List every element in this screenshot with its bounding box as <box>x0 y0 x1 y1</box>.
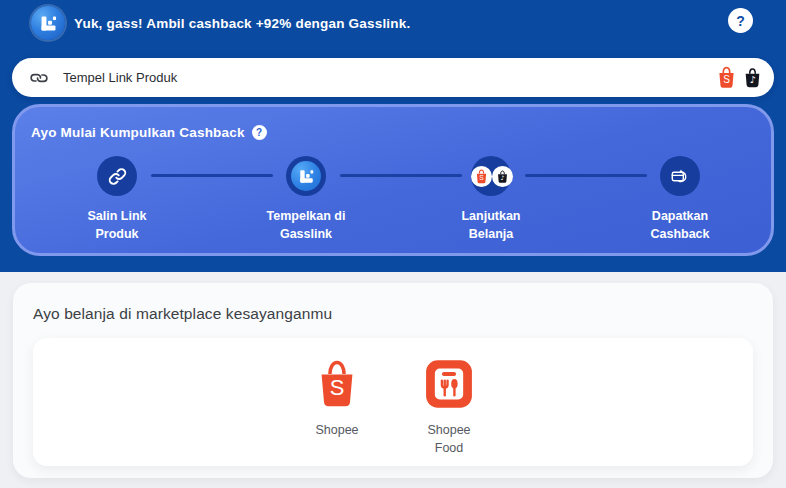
marketplace-card: Ayo belanja di marketplace kesayanganmu … <box>13 283 773 478</box>
marketplace-label: Shopee Food <box>419 421 479 457</box>
shopee-bag-icon <box>471 166 492 187</box>
marketplace-title: Ayo belanja di marketplace kesayanganmu <box>33 305 773 323</box>
shopee-bag-icon <box>312 358 362 410</box>
marketplace-shopee[interactable]: Shopee <box>302 358 372 466</box>
header-section: Yuk, gass! Ambil cashback +92% dengan Ga… <box>0 0 786 272</box>
step-dapatkan-cashback: Dapatkan Cashback <box>615 156 745 243</box>
paste-link-input[interactable] <box>61 69 715 86</box>
app-root: Yuk, gass! Ambil cashback +92% dengan Ga… <box>0 0 786 488</box>
promo-message: Yuk, gass! Ambil cashback +92% dengan Ga… <box>74 16 410 31</box>
step-lanjutkan-belanja: Lanjutkan Belanja <box>426 156 556 243</box>
question-mark-icon: ? <box>736 13 745 29</box>
step-tempelkan: Tempelkan di Gasslink <box>241 156 371 243</box>
marketplace-shopee-food[interactable]: Shopee Food <box>414 358 484 466</box>
step-salin-link: Salin Link Produk <box>52 156 182 243</box>
topbar: Yuk, gass! Ambil cashback +92% dengan Ga… <box>0 0 786 52</box>
gasslink-logo-icon <box>286 156 326 196</box>
question-mark-icon: ? <box>256 127 262 138</box>
steps-panel-title: Ayo Mulai Kumpulkan Cashback <box>31 125 245 140</box>
marketplace-label: Shopee <box>315 421 358 439</box>
cashback-steps-panel: Ayo Mulai Kumpulkan Cashback ? Salin Lin… <box>12 104 774 256</box>
tiktok-shop-icon <box>741 66 764 89</box>
gasslink-logo-icon <box>31 6 65 40</box>
shopee-bag-icon <box>715 66 738 89</box>
cashback-return-icon <box>660 156 700 196</box>
step-label: Lanjutkan Belanja <box>461 207 520 243</box>
steps-panel-header: Ayo Mulai Kumpulkan Cashback ? <box>31 125 267 140</box>
steps-help-icon[interactable]: ? <box>252 125 267 140</box>
step-label: Tempelkan di Gasslink <box>267 207 346 243</box>
help-button[interactable]: ? <box>728 8 753 33</box>
tiktok-shop-icon <box>492 166 513 187</box>
link-icon <box>26 65 51 90</box>
link-icon <box>97 156 137 196</box>
supported-shops <box>715 66 764 89</box>
step-label: Dapatkan Cashback <box>650 207 709 243</box>
marketplace-list: Shopee Shopee Food <box>33 338 753 466</box>
marketplace-section: Ayo belanja di marketplace kesayanganmu … <box>0 272 786 488</box>
shopee-and-tiktok-bag-icons <box>471 156 511 196</box>
shopee-food-icon <box>424 358 474 410</box>
paste-link-bar[interactable] <box>12 58 774 97</box>
step-label: Salin Link Produk <box>87 207 146 243</box>
